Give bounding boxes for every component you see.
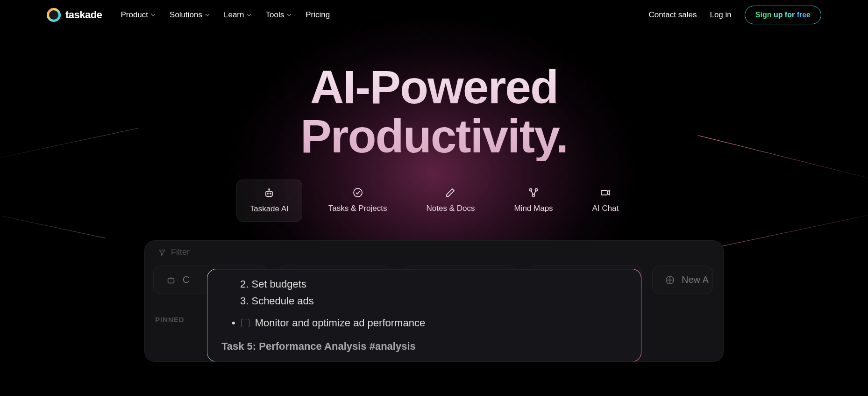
tab-label: Notes & Docs — [427, 204, 475, 213]
svg-point-5 — [354, 188, 362, 197]
primary-nav: Product Solutions Learn Tools Pricing — [121, 10, 330, 20]
chevron-down-icon — [151, 14, 156, 16]
hero-line2: Productivity. — [300, 110, 568, 162]
hero-line1: AI-Powered — [310, 61, 558, 113]
filter-icon — [158, 248, 166, 257]
svg-point-4 — [269, 189, 270, 190]
logo[interactable]: taskade — [47, 8, 102, 22]
svg-point-2 — [270, 193, 271, 194]
chevron-down-icon — [287, 14, 292, 16]
nav-label: Product — [121, 10, 148, 20]
tab-label: Mind Maps — [514, 204, 553, 213]
svg-rect-12 — [168, 278, 174, 283]
nodes-icon — [528, 187, 539, 198]
app-preview: Filter C New A PINNED 2. Set budgets 3. … — [144, 240, 724, 362]
logo-text: taskade — [65, 9, 102, 21]
grid-icon — [665, 275, 675, 285]
tab-label: Tasks & Projects — [328, 204, 387, 213]
svg-rect-0 — [266, 191, 272, 196]
task-text: Monitor and optimize ad performance — [255, 315, 425, 331]
tab-label: Taskade AI — [250, 204, 289, 214]
nav-pricing[interactable]: Pricing — [306, 10, 330, 20]
hero-title: AI-Powered Productivity. — [0, 63, 868, 161]
task-item[interactable]: 2. Set budgets — [240, 276, 627, 293]
chevron-down-icon — [247, 14, 251, 16]
nav-product[interactable]: Product — [121, 10, 156, 20]
nav-label: Tools — [265, 10, 284, 20]
task-item[interactable]: 3. Schedule ads — [240, 293, 627, 310]
nav-label: Pricing — [306, 10, 330, 20]
contact-sales-link[interactable]: Contact sales — [648, 10, 697, 20]
tab-notes-docs[interactable]: Notes & Docs — [413, 180, 488, 222]
task-heading: Task 5: Performance Analysis #analysis — [221, 338, 627, 355]
nav-learn[interactable]: Learn — [224, 10, 251, 20]
pen-icon — [445, 187, 456, 198]
task-panel: 2. Set budgets 3. Schedule ads • Monitor… — [207, 269, 641, 362]
nav-tools[interactable]: Tools — [265, 10, 292, 20]
svg-line-10 — [534, 191, 536, 194]
pill-label: New A — [682, 274, 709, 285]
checkbox-icon[interactable] — [241, 319, 249, 327]
logo-icon — [47, 8, 61, 22]
tab-tasks-projects[interactable]: Tasks & Projects — [315, 180, 400, 222]
feature-tabs: Taskade AI Tasks & Projects Notes & Docs… — [0, 180, 868, 222]
check-circle-icon — [352, 187, 363, 198]
pill-label: C — [183, 274, 189, 285]
chevron-down-icon — [205, 14, 210, 16]
main-header: taskade Product Solutions Learn Tools Pr… — [0, 0, 868, 30]
filter-label: Filter — [171, 247, 190, 257]
tab-taskade-ai[interactable]: Taskade AI — [236, 180, 302, 222]
svg-rect-11 — [601, 190, 607, 195]
robot-icon — [166, 275, 176, 285]
task-item[interactable]: • Monitor and optimize ad performance — [232, 315, 627, 331]
login-link[interactable]: Log in — [710, 10, 731, 20]
nav-label: Learn — [224, 10, 244, 20]
bullet-icon: • — [232, 315, 235, 331]
robot-icon — [263, 187, 275, 199]
tab-ai-chat[interactable]: AI Chat — [579, 180, 632, 222]
pinned-label: PINNED — [153, 302, 207, 362]
pill-new[interactable]: New A — [652, 266, 713, 294]
svg-point-1 — [267, 193, 268, 194]
nav-label: Solutions — [170, 10, 202, 20]
svg-line-9 — [531, 191, 533, 194]
signup-button[interactable]: Sign up for free — [745, 6, 821, 24]
nav-solutions[interactable]: Solutions — [170, 10, 210, 20]
filter-row[interactable]: Filter — [153, 244, 715, 261]
tab-mind-maps[interactable]: Mind Maps — [501, 180, 566, 222]
video-icon — [600, 187, 611, 198]
tab-label: AI Chat — [592, 204, 619, 213]
hero-section: AI-Powered Productivity. — [0, 30, 868, 161]
